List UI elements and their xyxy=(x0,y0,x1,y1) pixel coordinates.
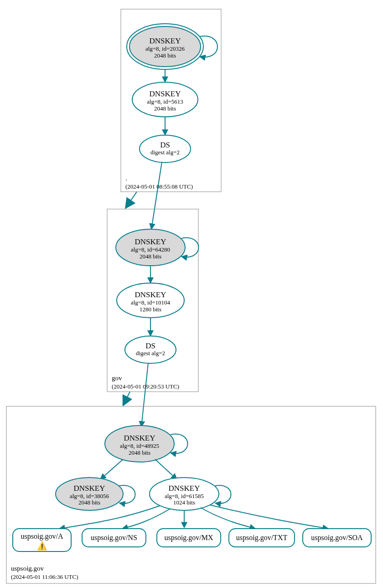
edge-usp-ksk-zsk2 xyxy=(100,459,123,479)
svg-text:uspsoig.gov/SOA: uspsoig.gov/SOA xyxy=(311,534,363,542)
edge-zsk-rr-a xyxy=(59,506,160,529)
edge-zone-root-to-gov xyxy=(127,192,137,206)
node-root-zsk: DNSKEY alg=8, id=5613 2048 bits xyxy=(132,82,198,117)
svg-text:uspsoig.gov/A: uspsoig.gov/A xyxy=(21,532,63,541)
node-gov-ksk: DNSKEY alg=8, id=64280 2048 bits xyxy=(116,229,185,266)
node-root-ksk: DNSKEY alg=8, id=20326 2048 bits xyxy=(127,24,203,69)
rr-ns: uspsoig.gov/NS xyxy=(82,529,146,547)
svg-text:2048 bits: 2048 bits xyxy=(78,499,100,506)
svg-text:alg=8, id=38056: alg=8, id=38056 xyxy=(70,493,109,499)
node-gov-zsk: DNSKEY alg=8, id=10104 1280 bits xyxy=(117,283,184,318)
rr-soa: uspsoig.gov/SOA xyxy=(303,529,371,547)
edge-zsk-rr-ns xyxy=(122,509,171,529)
dnssec-graph: . (2024-05-01 08:55:08 UTC) DNSKEY alg=8… xyxy=(0,0,383,588)
svg-text:2048 bits: 2048 bits xyxy=(140,253,161,260)
svg-text:alg=8, id=64280: alg=8, id=64280 xyxy=(131,246,170,253)
node-usp-ksk: DNSKEY alg=8, id=48925 2048 bits xyxy=(105,425,174,462)
edge-gov-ds-usp-ksk xyxy=(141,363,148,427)
svg-text:1280 bits: 1280 bits xyxy=(140,306,161,313)
zone-root-name: . xyxy=(125,174,127,182)
svg-text:2048 bits: 2048 bits xyxy=(154,52,176,59)
zone-uspsoig-name: uspsoig.gov xyxy=(11,565,44,572)
edge-zone-gov-to-usp xyxy=(124,392,130,404)
svg-text:2048 bits: 2048 bits xyxy=(129,449,150,456)
svg-text:alg=8, id=5613: alg=8, id=5613 xyxy=(147,98,183,105)
edge-zsk-rr-soa xyxy=(210,505,328,529)
zone-uspsoig-ts: (2024-05-01 11:06:36 UTC) xyxy=(11,573,78,580)
svg-text:DNSKEY: DNSKEY xyxy=(124,434,155,442)
svg-text:digest alg=2: digest alg=2 xyxy=(136,350,165,357)
node-usp-zsk: DNSKEY alg=8, id=61585 1024 bits xyxy=(150,478,219,510)
rr-mx: uspsoig.gov/MX xyxy=(157,529,221,547)
warning-icon: ⚠️ xyxy=(37,541,47,551)
svg-text:DS: DS xyxy=(145,341,155,350)
zone-gov-name: gov xyxy=(112,374,122,382)
svg-text:alg=8, id=10104: alg=8, id=10104 xyxy=(131,299,171,306)
svg-text:DNSKEY: DNSKEY xyxy=(169,484,200,493)
svg-text:DNSKEY: DNSKEY xyxy=(135,237,166,246)
zone-root-ts: (2024-05-01 08:55:08 UTC) xyxy=(125,183,193,190)
edge-zsk-rr-txt xyxy=(201,508,255,529)
svg-text:uspsoig.gov/MX: uspsoig.gov/MX xyxy=(164,534,213,542)
svg-text:DNSKEY: DNSKEY xyxy=(135,290,166,299)
svg-text:alg=8, id=61585: alg=8, id=61585 xyxy=(165,493,204,499)
edge-usp-ksk-zsk xyxy=(155,459,177,479)
svg-text:DNSKEY: DNSKEY xyxy=(74,484,105,493)
svg-text:DNSKEY: DNSKEY xyxy=(150,89,181,98)
svg-text:alg=8, id=48925: alg=8, id=48925 xyxy=(120,442,159,449)
node-root-ds: DS digest alg=2 xyxy=(140,135,191,163)
svg-text:digest alg=2: digest alg=2 xyxy=(150,149,180,156)
svg-text:DS: DS xyxy=(160,141,170,149)
rr-txt: uspsoig.gov/TXT xyxy=(229,529,295,547)
svg-text:2048 bits: 2048 bits xyxy=(154,105,176,112)
edge-root-ksk-self xyxy=(200,36,217,57)
rr-a: uspsoig.gov/A ⚠️ xyxy=(13,529,71,551)
node-usp-zsk2: DNSKEY alg=8, id=38056 2048 bits xyxy=(56,478,123,510)
svg-text:uspsoig.gov/NS: uspsoig.gov/NS xyxy=(91,534,137,542)
svg-text:alg=8, id=20326: alg=8, id=20326 xyxy=(145,45,185,52)
svg-text:uspsoig.gov/TXT: uspsoig.gov/TXT xyxy=(236,534,288,542)
svg-text:DNSKEY: DNSKEY xyxy=(150,37,181,45)
node-gov-ds: DS digest alg=2 xyxy=(125,336,176,363)
svg-text:1024 bits: 1024 bits xyxy=(173,499,195,506)
edge-root-ds-gov-ksk xyxy=(151,162,162,229)
